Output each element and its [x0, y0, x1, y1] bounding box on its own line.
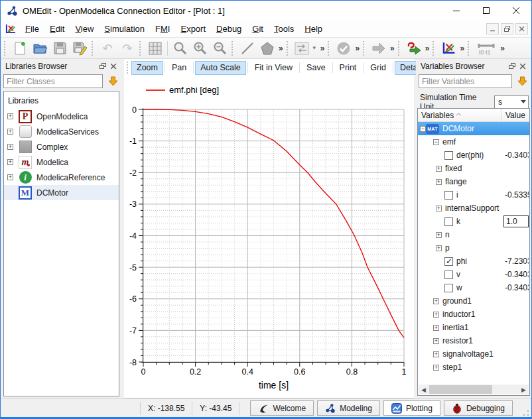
variable-row-step1[interactable]: +step1 [418, 361, 529, 374]
new-plot-window-button[interactable] [438, 39, 458, 58]
variable-row-fixed[interactable]: +fixed [418, 162, 529, 175]
toolbar-overflow[interactable]: » [389, 44, 396, 53]
variable-row-p[interactable]: +p [418, 241, 529, 255]
zoom-fit-button[interactable] [170, 39, 190, 58]
plot-fit-in-view-button[interactable]: Fit in View [249, 61, 298, 75]
variable-row-inductor1[interactable]: +inductor1 [418, 308, 529, 321]
filter-variables-input[interactable] [419, 74, 512, 88]
expand-icon[interactable]: + [7, 159, 13, 165]
variable-row-dcmotor[interactable]: −MATDCMotor [418, 122, 529, 135]
mdi-restore-button[interactable] [501, 23, 513, 34]
simulation-interval-button[interactable]: t0 t1 [474, 39, 499, 58]
variable-row-v[interactable]: v-0.3403 [418, 268, 529, 281]
plot-zoom-button[interactable]: Zoom [131, 61, 163, 75]
new-model-button[interactable] [10, 39, 30, 58]
minimize-button[interactable] [442, 1, 472, 21]
debugging-perspective-button[interactable]: Debugging [444, 400, 513, 416]
library-item-modelica[interactable]: +mModelica [4, 154, 119, 170]
toolbar-handle[interactable] [468, 41, 471, 56]
float-panel-button[interactable] [506, 62, 517, 72]
redo-button[interactable]: ↷ [117, 39, 137, 58]
variable-checkbox-unchecked[interactable] [444, 191, 453, 200]
expand-icon[interactable]: + [436, 206, 442, 211]
expand-icon[interactable]: + [436, 179, 442, 185]
filter-classes-input[interactable] [3, 74, 103, 88]
expand-icon[interactable]: + [7, 129, 13, 135]
menu-help[interactable]: Help [299, 21, 328, 37]
scrollbar-thumb[interactable] [429, 385, 492, 394]
variable-row-resistor1[interactable]: +resistor1 [418, 334, 529, 347]
toolbar-overflow[interactable]: » [458, 44, 466, 53]
variable-row-i[interactable]: i-0.53350 [418, 188, 529, 202]
value-column-header[interactable]: Value [502, 109, 529, 121]
plotting-perspective-button[interactable]: Plotting [383, 400, 440, 416]
time-unit-select[interactable]: s [494, 95, 529, 109]
variable-row-internalsupport[interactable]: +internalSupport [418, 202, 529, 215]
horizontal-scrollbar[interactable]: ◀ ▶ [419, 385, 529, 394]
variable-checkbox-checked[interactable] [444, 257, 453, 266]
collapse-icon[interactable]: − [433, 139, 439, 145]
variable-row-n[interactable]: +n [418, 228, 529, 241]
check-model-button[interactable] [334, 39, 354, 58]
menu-simulation[interactable]: Simulation [99, 21, 150, 37]
variable-checkbox-unchecked[interactable] [444, 151, 453, 160]
toolbar-handle[interactable] [328, 41, 331, 56]
toolbar-overflow[interactable]: » [277, 44, 285, 53]
expand-icon[interactable]: + [7, 174, 13, 180]
plot-print-button[interactable]: Print [334, 61, 362, 75]
variable-checkbox-unchecked[interactable] [444, 270, 453, 279]
toolbar-handle[interactable] [432, 41, 436, 56]
scroll-left-icon[interactable]: ◀ [419, 385, 429, 394]
close-button[interactable] [501, 1, 531, 21]
menu-file[interactable]: File [20, 21, 44, 37]
variable-row-emf[interactable]: −emf [418, 135, 529, 149]
expand-icon[interactable]: + [433, 338, 439, 344]
library-item-complex[interactable]: +Complex [4, 139, 119, 154]
toolbar-handle[interactable] [92, 41, 95, 56]
variable-value-editor[interactable]: 1.0 [503, 215, 529, 227]
expand-icon[interactable]: + [436, 166, 442, 172]
menu-edit[interactable]: Edit [44, 21, 70, 37]
variable-row-k[interactable]: k1.0 [418, 215, 529, 228]
expand-icon[interactable]: + [436, 245, 442, 251]
menu-fmi[interactable]: FMI [150, 21, 175, 37]
variable-row-derphi[interactable]: der(phi)-0.3403 [418, 149, 529, 162]
toolbar-handle[interactable] [287, 41, 290, 56]
plot-toolbar-handle[interactable] [127, 62, 128, 74]
collapse-icon[interactable]: − [420, 126, 426, 132]
plot-canvas[interactable]: 00.20.40.60.810-1-2-3-4-5-6-7-8time [s]e… [124, 76, 414, 397]
toolbar-handle[interactable] [139, 41, 143, 56]
mdi-close-button[interactable] [515, 23, 528, 34]
toolbar-handle[interactable] [4, 41, 7, 56]
variable-row-flange[interactable]: +flange [418, 175, 529, 188]
library-item-modelicaservices[interactable]: +ModelicaServices [4, 124, 119, 139]
menu-export[interactable]: Export [175, 21, 211, 37]
variable-checkbox-unchecked[interactable] [444, 217, 453, 226]
undo-button[interactable]: ↶ [98, 39, 117, 58]
toolbar-handle[interactable] [398, 41, 401, 56]
toolbar-overflow[interactable]: » [354, 44, 361, 53]
expand-icon[interactable]: + [433, 298, 439, 304]
re-simulate-button[interactable] [404, 39, 424, 58]
maximize-button[interactable] [472, 1, 501, 21]
filter-options-button[interactable] [106, 75, 119, 88]
modeling-perspective-button[interactable]: Modeling [317, 400, 380, 416]
welcome-perspective-button[interactable]: Welcome [250, 400, 314, 416]
float-panel-button[interactable] [97, 62, 108, 72]
variable-row-signalvoltage1[interactable]: +signalvoltage1 [418, 347, 529, 361]
save-as-button[interactable] [70, 39, 90, 58]
library-item-openmodelica[interactable]: +POpenModelica [4, 109, 119, 124]
expand-icon[interactable]: + [433, 351, 439, 357]
variable-checkbox-unchecked[interactable] [444, 284, 453, 292]
library-item-dcmotor[interactable]: MDCMotor [4, 185, 119, 200]
toolbar-overflow[interactable]: » [424, 44, 431, 53]
plot-pan-button[interactable]: Pan [166, 61, 192, 75]
open-model-button[interactable] [30, 39, 50, 58]
variable-row-ground1[interactable]: +ground1 [418, 294, 529, 308]
resize-grip-icon[interactable] [523, 410, 529, 416]
close-panel-button[interactable] [108, 62, 119, 72]
transition-mode-button[interactable]: ▼ [293, 39, 319, 58]
close-panel-button[interactable] [517, 62, 529, 72]
mdi-minimize-button[interactable] [486, 23, 499, 34]
variable-row-w[interactable]: w-0.3403 [418, 281, 529, 294]
